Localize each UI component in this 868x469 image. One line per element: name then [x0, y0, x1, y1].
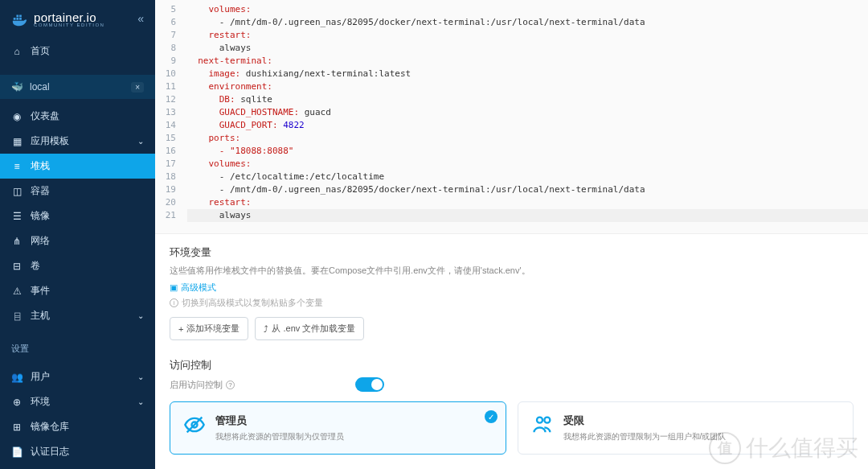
grid-icon: ▦	[11, 136, 23, 147]
whale-icon	[11, 10, 29, 27]
svg-point-3	[544, 418, 550, 423]
chevron-down-icon: ⌄	[137, 137, 144, 146]
nav-item-事件[interactable]: ⚠事件	[0, 278, 155, 303]
nav-label: 镜像仓库	[31, 420, 69, 434]
alert-icon: ⚠	[11, 286, 23, 297]
nav-item-认证日志[interactable]: 📄认证日志	[0, 439, 155, 464]
docker-icon: 🐳	[11, 81, 23, 93]
list-icon: ☰	[11, 211, 23, 222]
access-toggle[interactable]	[355, 377, 384, 392]
registry-icon: ⊞	[11, 422, 23, 433]
nav-label: 事件	[31, 284, 50, 298]
chevron-down-icon: ⌄	[137, 311, 144, 320]
nav-label: 镜像	[31, 209, 50, 223]
users-icon: 👥	[11, 372, 23, 383]
eye-off-icon	[183, 413, 206, 436]
home-icon: ⌂	[11, 46, 23, 57]
check-icon: ✓	[485, 410, 497, 423]
info-icon: i	[170, 298, 178, 307]
access-card-admin[interactable]: 管理员我想将此资源的管理限制为仅管理员✓	[170, 401, 506, 455]
settings-section-header: 设置	[0, 333, 155, 360]
section-title: 访问控制	[170, 358, 854, 372]
chevron-down-icon: ⌄	[137, 397, 144, 406]
nav-label: 首页	[31, 44, 50, 58]
terminal-icon: ▣	[170, 282, 178, 293]
section-desc: 这些值将用作堆栈文件中的替换值。要在Compose文件中引用.env文件，请使用…	[170, 265, 854, 277]
add-env-var-button[interactable]: + 添加环境变量	[170, 317, 248, 340]
watermark-badge: 值	[709, 432, 741, 464]
nav-item-仪表盘[interactable]: ◉仪表盘	[0, 104, 155, 129]
yaml-editor[interactable]: 5 volumes:6 - /mnt/dm-0/.ugreen_nas/8209…	[155, 0, 868, 234]
nav-item-镜像[interactable]: ☰镜像	[0, 204, 155, 228]
env-name: local	[30, 81, 50, 93]
main-content: 5 volumes:6 - /mnt/dm-0/.ugreen_nas/8209…	[155, 0, 868, 469]
close-env-button[interactable]: ×	[131, 82, 144, 93]
help-icon[interactable]: ?	[226, 381, 235, 389]
layers-icon: ≡	[11, 161, 23, 172]
nav-item-应用模板[interactable]: ▦应用模板⌄	[0, 129, 155, 154]
load-env-file-button[interactable]: ⤴ 从 .env 文件加载变量	[255, 317, 364, 340]
nav-label: 仪表盘	[31, 109, 59, 123]
nav-item-卷[interactable]: ⊟卷	[0, 253, 155, 278]
globe-icon: ⊕	[11, 397, 23, 408]
nav-item-镜像仓库[interactable]: ⊞镜像仓库	[0, 414, 155, 439]
environment-header[interactable]: 🐳 local ×	[0, 75, 155, 99]
hint-text: i 切换到高级模式以复制粘贴多个变量	[170, 297, 854, 309]
nav-label: 应用模板	[31, 134, 69, 148]
monitor-icon: ⌸	[11, 311, 23, 322]
svg-point-2	[537, 418, 542, 423]
card-title: 管理员	[215, 413, 493, 428]
enable-access-label: 启用访问控制 ?	[170, 379, 235, 391]
nav-label: 主机	[31, 309, 50, 323]
logo-brand: portainer.io	[34, 10, 104, 24]
nav-item-容器[interactable]: ◫容器	[0, 179, 155, 204]
section-title: 环境变量	[170, 245, 854, 260]
nav-item-网络[interactable]: ⋔网络	[0, 228, 155, 253]
collapse-sidebar-button[interactable]: «	[137, 12, 144, 25]
watermark: 值 什么值得买	[709, 432, 858, 464]
nav-item-环境[interactable]: ⊕环境⌄	[0, 389, 155, 414]
logo-edition: COMMUNITY EDITION	[34, 23, 104, 27]
db-icon: ⊟	[11, 261, 23, 272]
nav-label: 用户	[31, 370, 50, 384]
share-icon: ⋔	[11, 236, 23, 247]
nav-item-主机[interactable]: ⌸主机⌄	[0, 303, 155, 328]
file-icon: 📄	[11, 446, 23, 458]
nav-label: 卷	[31, 259, 40, 273]
cube-icon: ◫	[11, 186, 23, 197]
sidebar: portainer.io COMMUNITY EDITION « ⌂ 首页 🐳 …	[0, 0, 155, 469]
nav-item-堆栈[interactable]: ≡堆栈	[0, 154, 155, 179]
card-title: 受限	[563, 413, 841, 428]
upload-icon: ⤴	[264, 324, 268, 334]
nav-label: 环境	[31, 395, 50, 409]
env-vars-section: 环境变量 这些值将用作堆栈文件中的替换值。要在Compose文件中引用.env文…	[155, 234, 868, 347]
nav-label: 容器	[31, 184, 50, 198]
nav-home[interactable]: ⌂ 首页	[0, 39, 155, 64]
nav-item-通知[interactable]: 🔔通知	[0, 464, 155, 469]
gauge-icon: ◉	[11, 111, 23, 122]
nav-item-用户[interactable]: 👥用户⌄	[0, 364, 155, 389]
users-icon	[531, 413, 554, 436]
plus-icon: +	[178, 324, 183, 334]
nav-label: 认证日志	[31, 445, 69, 459]
chevron-down-icon: ⌄	[137, 372, 144, 381]
nav-label: 堆栈	[31, 159, 50, 173]
logo-area: portainer.io COMMUNITY EDITION «	[0, 0, 155, 34]
nav-label: 网络	[31, 234, 50, 248]
advanced-mode-link[interactable]: ▣ 高级模式	[170, 282, 854, 294]
watermark-text: 什么值得买	[746, 433, 858, 463]
card-desc: 我想将此资源的管理限制为仅管理员	[215, 431, 493, 442]
